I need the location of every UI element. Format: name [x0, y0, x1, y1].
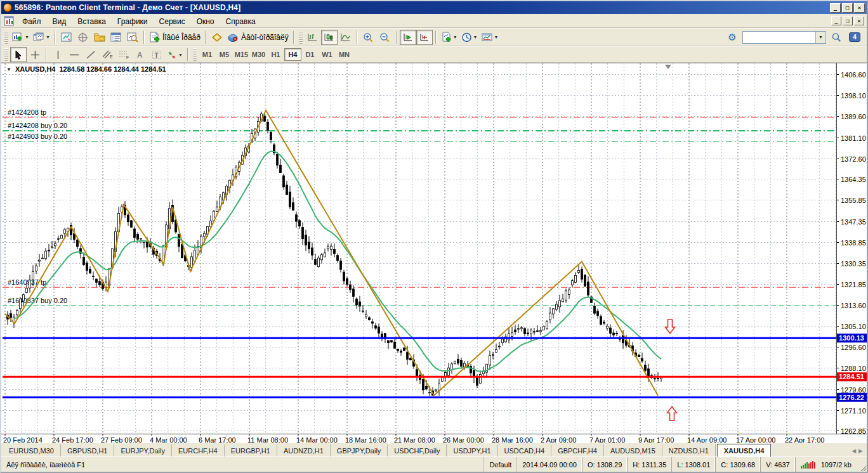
vertical-line-tool-button[interactable]	[49, 47, 66, 62]
equidistant-channel-tool-button[interactable]: E	[99, 47, 115, 62]
metaeditor-button[interactable]	[209, 30, 225, 45]
timeframe-button-h4[interactable]: H4	[284, 48, 301, 61]
menu-item-сервис[interactable]: Сервис	[154, 16, 191, 27]
price-tick-label: 1389.60	[841, 113, 866, 120]
menu-item-окно[interactable]: Окно	[191, 16, 220, 27]
search-icon	[831, 32, 842, 42]
child-restore-button[interactable]: ❐	[843, 16, 853, 25]
search-button[interactable]	[828, 30, 845, 45]
chart-area[interactable]: ▼ XAUUSD,H4 1284.58 1284.66 1284.44 1284…	[1, 63, 867, 443]
minimize-button[interactable]: _	[830, 3, 841, 13]
line-chart-button[interactable]	[338, 30, 354, 45]
chart-window-icon	[4, 16, 14, 26]
menu-item-справка[interactable]: Справка	[220, 16, 261, 27]
toolbar-grip[interactable]	[299, 31, 303, 44]
order-line-label: #1424208 tp	[8, 108, 46, 116]
fibonacci-tool-button[interactable]: F	[115, 47, 132, 62]
chart-tab-eurgbp-h1[interactable]: EURGBP,H1	[225, 444, 277, 457]
timeframe-button-m1[interactable]: M1	[199, 48, 216, 61]
auto-scroll-button[interactable]	[400, 30, 416, 45]
chart-tab-usdchf-daily[interactable]: USDCHF,Daily	[388, 444, 447, 457]
arrows-tool-button[interactable]: ▼	[165, 47, 185, 62]
bar-chart-button[interactable]	[305, 30, 321, 45]
status-bar-time: 2014.04.09 00:00	[516, 457, 582, 472]
tab-scroll-right-icon[interactable]: ▶	[858, 448, 863, 454]
child-minimize-button[interactable]: _	[831, 16, 841, 25]
search-input[interactable]	[743, 32, 815, 43]
combo-dropdown-button[interactable]: ▼	[815, 32, 825, 43]
zoom-in-button[interactable]	[360, 30, 377, 45]
timeframe-button-m15[interactable]: M15	[233, 48, 250, 61]
navigator-button[interactable]	[91, 30, 108, 45]
maximize-button[interactable]: □	[842, 3, 853, 13]
settings-button[interactable]: ⚙	[724, 30, 740, 45]
new-chart-button[interactable]: ▼	[10, 30, 31, 45]
price-tick-label: 1364.35	[841, 176, 866, 183]
strategy-tester-button[interactable]	[124, 30, 141, 45]
order-line-label: #1424903 buy 0.20	[8, 133, 67, 140]
chart-tab-audnzd-h1[interactable]: AUDNZD,H1	[277, 444, 331, 457]
new-order-button[interactable]: Íîâûé Îðäåð	[147, 30, 202, 45]
timeframe-button-m5[interactable]: M5	[216, 48, 233, 61]
periods-button[interactable]: ▼	[459, 30, 480, 45]
close-button[interactable]: ✕	[854, 3, 865, 13]
child-close-button[interactable]: ✕	[854, 16, 864, 25]
resize-grip[interactable]	[857, 457, 867, 472]
time-tick-label: 26 Mar 00:00	[443, 436, 484, 443]
chat-button[interactable]: 4	[846, 30, 863, 45]
toolbar-grip[interactable]	[4, 48, 8, 61]
timeframe-button-w1[interactable]: W1	[319, 48, 336, 61]
price-tick-label: 1262.85	[841, 427, 866, 435]
toolbar-grip[interactable]	[193, 48, 197, 61]
menu-item-графики[interactable]: Графики	[112, 16, 154, 27]
status-open: O: 1308.29	[582, 457, 627, 472]
collapse-triangle-icon[interactable]: ▼	[6, 67, 11, 72]
price-chart[interactable]: 1406.601398.101389.601381.101372.601364.…	[1, 63, 867, 443]
status-bar: Äëÿ ñïðàâêè, íàæìèòå F1 Default 2014.04.…	[1, 457, 867, 472]
timeframe-button-mn[interactable]: MN	[336, 48, 353, 61]
terminal-button[interactable]	[108, 30, 124, 45]
chart-tab-audusd-m15[interactable]: AUDUSD,M15	[604, 444, 662, 457]
timeframe-button-d1[interactable]: D1	[301, 48, 319, 61]
title-bar: 565896: Panteon Client Terminal - Демо С…	[1, 1, 867, 14]
timeframe-button-m30[interactable]: M30	[250, 48, 267, 61]
profiles-button[interactable]: ▼	[31, 30, 52, 45]
toolbar-separator	[187, 48, 188, 61]
timeframe-button-h1[interactable]: H1	[267, 48, 284, 61]
chart-tab-usdjpy-h1[interactable]: USDJPY,H1	[447, 444, 497, 457]
menu-item-вставка[interactable]: Вставка	[72, 16, 112, 27]
status-profile[interactable]: Default	[483, 457, 516, 472]
text-label-tool-button[interactable]: T	[148, 47, 165, 62]
chart-shift-button[interactable]	[416, 30, 433, 45]
chart-tab-usdcad-h4[interactable]: USDCAD,H4	[498, 444, 552, 457]
chart-tab-gbpchf-h4[interactable]: GBPCHF,H4	[551, 444, 604, 457]
trendline-tool-button[interactable]	[82, 47, 99, 62]
time-tick-label: 24 Feb 17:00	[52, 436, 93, 443]
chart-tab-gbpusd-h1[interactable]: GBPUSD,H1	[61, 444, 115, 457]
autotrading-button[interactable]: Àâòî-òîðãîâëÿ	[225, 30, 291, 45]
data-window-button[interactable]	[75, 30, 91, 45]
app-logo-icon	[3, 3, 12, 12]
templates-button[interactable]: ▼	[480, 30, 501, 45]
chart-tab-eurusd-m30[interactable]: EURUSD,M30	[3, 444, 61, 457]
indicators-button[interactable]: ▼	[439, 30, 459, 45]
tab-scroll-left-icon[interactable]: ◀	[852, 448, 856, 454]
zoom-out-button[interactable]	[377, 30, 393, 45]
crosshair-tool-button[interactable]	[27, 47, 43, 62]
chart-tab-xauusd-h4[interactable]: XAUUSD,H4	[717, 444, 772, 457]
menu-item-файл[interactable]: Файл	[16, 16, 47, 27]
candlestick-chart-button[interactable]	[321, 30, 338, 45]
tab-scroll-arrows[interactable]: ◀▶	[852, 448, 865, 457]
market-watch-button[interactable]	[58, 30, 75, 45]
time-tick-label: 28 Mar 16:00	[492, 436, 533, 443]
chart-tab-nzdusd-h1[interactable]: NZDUSD,H1	[662, 444, 716, 457]
chart-tab-eurjpy-daily[interactable]: EURJPY,Daily	[114, 444, 172, 457]
cursor-tool-button[interactable]	[10, 47, 27, 62]
menu-bar: ФайлВидВставкаГрафикиСервисОкноСправка _…	[1, 14, 867, 28]
horizontal-line-tool-button[interactable]	[66, 47, 82, 62]
toolbar-grip[interactable]	[4, 31, 8, 44]
menu-item-вид[interactable]: Вид	[47, 16, 72, 27]
text-tool-button[interactable]: A	[132, 47, 148, 62]
chart-tab-gbpjpy-daily[interactable]: GBPJPY,Daily	[331, 444, 388, 457]
chart-tab-eurchf-h4[interactable]: EURCHF,H4	[172, 444, 225, 457]
